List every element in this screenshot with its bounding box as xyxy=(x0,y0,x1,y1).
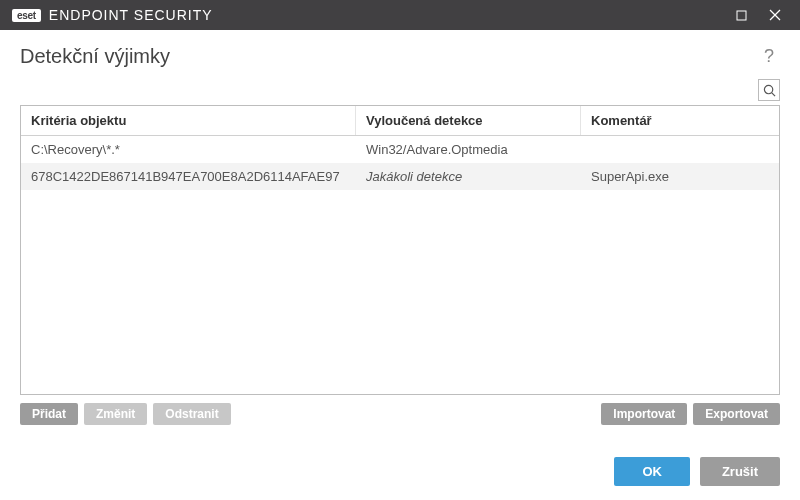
page-header: Detekční výjimky ? xyxy=(0,30,800,79)
cell-criteria: 678C1422DE867141B947EA700E8A2D6114AFAE97 xyxy=(21,163,356,190)
table-header-row: Kritéria objektu Vyloučená detekce Komen… xyxy=(21,106,779,136)
search-button[interactable] xyxy=(758,79,780,101)
cell-criteria: C:\Recovery\*.* xyxy=(21,136,356,163)
table-row[interactable]: 678C1422DE867141B947EA700E8A2D6114AFAE97… xyxy=(21,163,779,190)
close-icon xyxy=(769,9,781,21)
square-icon xyxy=(736,10,747,21)
action-bar: Přidat Změnit Odstranit Importovat Expor… xyxy=(0,395,800,425)
cancel-button[interactable]: Zrušit xyxy=(700,457,780,486)
search-icon xyxy=(763,84,776,97)
column-header-criteria[interactable]: Kritéria objektu xyxy=(21,106,356,135)
brand-badge: eset xyxy=(12,9,41,22)
cell-detection: Jakákoli detekce xyxy=(356,163,581,190)
cell-comment xyxy=(581,136,779,163)
svg-line-4 xyxy=(771,92,774,95)
dialog-footer: OK Zrušit xyxy=(0,443,800,500)
import-button[interactable]: Importovat xyxy=(601,403,687,425)
remove-button[interactable]: Odstranit xyxy=(153,403,230,425)
brand-text: ENDPOINT SECURITY xyxy=(49,7,213,23)
page-title: Detekční výjimky xyxy=(20,45,758,68)
ok-button[interactable]: OK xyxy=(614,457,690,486)
column-header-detection[interactable]: Vyloučená detekce xyxy=(356,106,581,135)
add-button[interactable]: Přidat xyxy=(20,403,78,425)
help-button[interactable]: ? xyxy=(758,44,780,69)
cell-detection: Win32/Advare.Optmedia xyxy=(356,136,581,163)
window-minimize-button[interactable] xyxy=(724,0,758,30)
edit-button[interactable]: Změnit xyxy=(84,403,147,425)
svg-rect-0 xyxy=(737,11,746,20)
cell-comment: SuperApi.exe xyxy=(581,163,779,190)
exceptions-table: Kritéria objektu Vyloučená detekce Komen… xyxy=(20,105,780,395)
search-row xyxy=(0,79,800,105)
export-button[interactable]: Exportovat xyxy=(693,403,780,425)
window-close-button[interactable] xyxy=(758,0,792,30)
svg-point-3 xyxy=(764,85,772,93)
column-header-comment[interactable]: Komentář xyxy=(581,106,779,135)
titlebar: eset ENDPOINT SECURITY xyxy=(0,0,800,30)
table-row[interactable]: C:\Recovery\*.* Win32/Advare.Optmedia xyxy=(21,136,779,163)
